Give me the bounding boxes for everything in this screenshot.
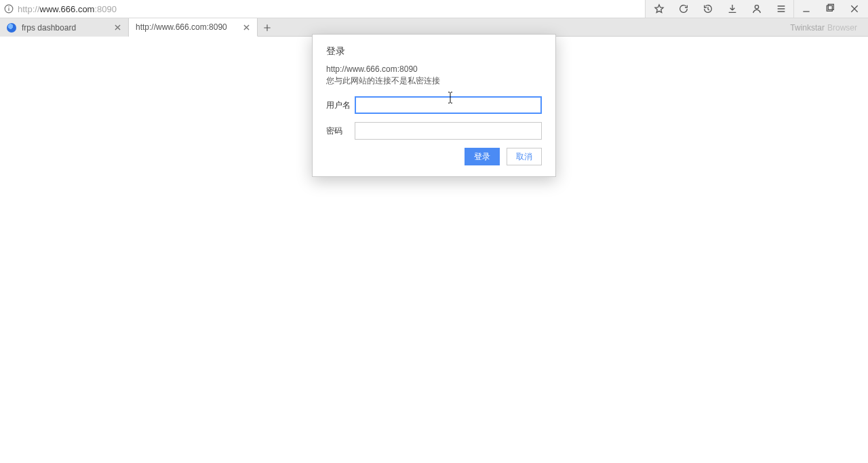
username-label: 用户名 <box>326 100 355 111</box>
page-viewport: 登录 http://www.666.com:8090 您与此网站的连接不是私密连… <box>0 37 868 463</box>
star-icon <box>654 3 665 14</box>
history-button[interactable] <box>696 0 720 18</box>
menu-icon <box>776 3 787 14</box>
plus-icon <box>262 23 272 33</box>
svg-rect-5 <box>828 4 833 9</box>
password-input[interactable] <box>355 122 542 140</box>
maximize-icon <box>825 3 835 14</box>
window-minimize-button[interactable] <box>793 0 818 18</box>
svg-point-3 <box>755 5 758 9</box>
svg-rect-4 <box>827 5 832 11</box>
toolbar-icon-group <box>646 0 868 18</box>
info-icon <box>4 4 14 14</box>
dialog-button-row: 登录 取消 <box>326 148 542 165</box>
menu-button[interactable] <box>769 0 793 18</box>
window-maximize-button[interactable] <box>818 0 842 18</box>
brand-suffix: Browser <box>827 23 857 33</box>
close-icon <box>243 24 250 31</box>
reload-button[interactable] <box>671 0 696 18</box>
tab-frps-dashboard[interactable]: frps dashboard <box>0 18 129 37</box>
browser-toolbar: http://www.666.com:8090 <box>0 0 868 18</box>
svg-rect-2 <box>8 7 9 7</box>
brand-name: Twinkstar <box>790 23 825 33</box>
tab-title: frps dashboard <box>22 23 112 33</box>
password-label: 密码 <box>326 125 355 137</box>
reload-icon <box>678 3 689 14</box>
site-info-button[interactable] <box>0 4 18 14</box>
tab-current-page[interactable]: http://www.666.com:8090 <box>129 18 258 37</box>
account-button[interactable] <box>745 0 769 18</box>
http-auth-dialog: 登录 http://www.666.com:8090 您与此网站的连接不是私密连… <box>312 34 556 177</box>
login-button[interactable]: 登录 <box>465 148 500 165</box>
username-input[interactable] <box>355 96 542 114</box>
close-icon <box>115 24 121 31</box>
account-icon <box>751 3 762 14</box>
download-icon <box>727 3 738 14</box>
bookmark-button[interactable] <box>647 0 671 18</box>
url-text: http://www.666.com:8090 <box>18 0 645 18</box>
password-row: 密码 <box>326 122 542 140</box>
history-icon <box>703 3 713 14</box>
downloads-button[interactable] <box>720 0 745 18</box>
tab-close-button[interactable] <box>112 22 123 33</box>
url-host: www.666.com <box>40 4 95 14</box>
address-bar[interactable]: http://www.666.com:8090 <box>0 0 646 18</box>
tab-close-button[interactable] <box>241 22 252 33</box>
url-scheme: http:// <box>18 4 40 14</box>
url-port: :8090 <box>94 4 117 14</box>
cancel-button[interactable]: 取消 <box>507 148 542 165</box>
username-row: 用户名 <box>326 96 542 114</box>
window-close-button[interactable] <box>842 0 867 18</box>
favicon-icon <box>7 23 16 33</box>
dialog-warning: 您与此网站的连接不是私密连接 <box>326 75 542 87</box>
svg-rect-1 <box>8 8 9 11</box>
close-icon <box>849 3 860 14</box>
dialog-origin: http://www.666.com:8090 <box>326 64 542 74</box>
minimize-icon <box>801 3 812 14</box>
dialog-title: 登录 <box>326 45 542 58</box>
tab-title: http://www.666.com:8090 <box>136 22 241 32</box>
new-tab-button[interactable] <box>258 18 277 37</box>
browser-brand: Twinkstar Browser <box>790 18 857 37</box>
